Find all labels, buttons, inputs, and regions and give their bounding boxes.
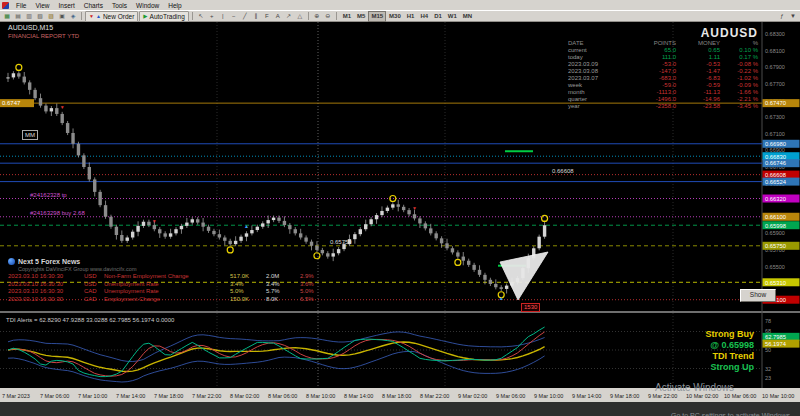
zoom-in-icon[interactable]: ⊕ xyxy=(312,12,322,21)
activate-windows-text: Activate Windows xyxy=(655,382,734,393)
toolbar-separator xyxy=(192,12,193,20)
timeframe-h1-button[interactable]: H1 xyxy=(404,11,418,22)
inline-price-label: 0.66608 xyxy=(552,168,574,174)
menu-file[interactable]: File xyxy=(14,2,28,9)
candle-body xyxy=(33,90,36,98)
news-previous: 5.0% xyxy=(300,288,330,296)
candle-body xyxy=(39,98,42,105)
price-axis-tick: 0.67700 xyxy=(765,81,785,87)
quote-pct: -3.45 % xyxy=(720,103,758,110)
signal-line-strong-buy: Strong Buy xyxy=(706,329,755,340)
candle-body xyxy=(299,233,302,237)
price-axis-tick: 0.67300 xyxy=(765,114,785,120)
quote-pct: -0.22 % xyxy=(720,68,758,75)
zoom-out-icon[interactable]: ⊖ xyxy=(323,12,333,21)
new-chart-icon[interactable]: ▦ xyxy=(2,12,12,21)
menu-tools[interactable]: Tools xyxy=(110,2,129,9)
quote-pct: -2.21 % xyxy=(720,96,758,103)
time-axis-label: 9 Mar 18:00 xyxy=(610,393,639,399)
arrows-icon[interactable]: ↗ xyxy=(284,12,294,21)
tdi-axis-tick: 50 xyxy=(765,347,771,353)
candle-body xyxy=(451,248,454,252)
new-order-icon: ▼ xyxy=(89,13,94,19)
menu-window[interactable]: Window xyxy=(134,2,161,9)
menu-charts[interactable]: Charts xyxy=(82,2,105,9)
quote-pct: -0.09 % xyxy=(720,82,758,89)
news-actual: 150.0K xyxy=(230,296,266,304)
time-axis-label: 8 Mar 22:00 xyxy=(420,393,449,399)
timeframe-m15-button[interactable]: M15 xyxy=(368,11,386,22)
price-axis-tag-text: 0.65998 xyxy=(765,223,786,229)
news-forecast: 8.0K xyxy=(266,296,300,304)
time-axis-label: 8 Mar 10:00 xyxy=(306,393,335,399)
candle-body xyxy=(505,286,508,289)
market-watch-icon[interactable]: ▥ xyxy=(24,12,34,21)
time-axis-label: 7 Mar 18:00 xyxy=(154,393,183,399)
news-currency: USD xyxy=(84,273,104,281)
timeframe-mn-button[interactable]: MN xyxy=(460,11,475,22)
candle-body xyxy=(136,226,139,232)
price-axis-tag-text: 0.66746 xyxy=(765,160,786,166)
channel-icon[interactable]: ∥ xyxy=(251,12,261,21)
candle-body xyxy=(462,257,465,261)
strategy-tester-icon[interactable]: ◈ xyxy=(68,12,78,21)
tdi-indicator-label: TDI Alerts = 62.8290 47.9288 33.0288 62.… xyxy=(6,317,175,323)
new-order-button[interactable]: ▼▲ New Order xyxy=(85,11,138,22)
menu-help[interactable]: Help xyxy=(166,2,183,9)
trendline-icon[interactable]: ╱ xyxy=(240,12,250,21)
timeframe-m1-button[interactable]: M1 xyxy=(340,11,354,22)
news-event: Non-Farm Employment Change xyxy=(104,273,230,281)
candle-body xyxy=(245,233,248,236)
crosshair-icon[interactable]: + xyxy=(207,12,217,21)
tdi-axis-tick: 23 xyxy=(765,375,771,381)
autotrading-button[interactable]: ▶ AutoTrading xyxy=(139,11,188,22)
data-window-icon[interactable]: ▧ xyxy=(35,12,45,21)
show-button[interactable]: Show xyxy=(740,289,776,302)
news-time: 2023.03.10 16:30:30 xyxy=(8,296,84,304)
timeframe-m30-button[interactable]: M30 xyxy=(386,11,404,22)
price-axis-tag-text: 0.66100 xyxy=(765,214,786,220)
quote-money: 0.65 xyxy=(676,47,720,54)
candle-body xyxy=(77,144,80,156)
menu-view[interactable]: View xyxy=(33,2,51,9)
menu-bar: FileViewInsertChartsToolsWindowHelp xyxy=(0,0,800,10)
candle-body xyxy=(66,123,69,133)
templates-icon[interactable]: ▼ xyxy=(788,12,798,21)
timeframe-w1-button[interactable]: W1 xyxy=(445,11,460,22)
chart-profiles-icon[interactable]: ▤ xyxy=(13,12,23,21)
news-previous: 2.9% xyxy=(300,273,330,281)
news-panel-title: Next 5 Forex News xyxy=(18,258,80,265)
timeframe-d1-button[interactable]: D1 xyxy=(431,11,445,22)
candle-body xyxy=(294,229,297,233)
candle-body xyxy=(163,233,166,236)
timeframe-h4-button[interactable]: H4 xyxy=(417,11,431,22)
horizontal-line-icon[interactable]: − xyxy=(229,12,239,21)
candle-body xyxy=(6,77,9,78)
terminal-icon[interactable]: ▣ xyxy=(57,12,67,21)
time-axis-label: 9 Mar 10:00 xyxy=(534,393,563,399)
time-axis-label: 7 Mar 2023 xyxy=(2,393,30,399)
candle-body xyxy=(250,230,253,233)
candle-body xyxy=(153,225,156,229)
navigator-icon[interactable]: ▨ xyxy=(46,12,56,21)
candle-body xyxy=(483,275,486,280)
fibonacci-icon[interactable]: F xyxy=(262,12,272,21)
vertical-line-icon[interactable]: | xyxy=(218,12,228,21)
news-actual: 3.4% xyxy=(230,281,266,289)
quote-money: -0.59 xyxy=(676,82,720,89)
toolbar-separator xyxy=(308,12,309,20)
shapes-icon[interactable]: △ xyxy=(295,12,305,21)
news-currency: CAD xyxy=(84,288,104,296)
candle-body xyxy=(407,210,410,214)
price-axis-tick: 0.67900 xyxy=(765,64,785,70)
candle-body xyxy=(310,242,313,246)
time-axis-label: 9 Mar 22:00 xyxy=(648,393,677,399)
cursor-icon[interactable]: ↖ xyxy=(196,12,206,21)
autotrading-label: AutoTrading xyxy=(150,13,185,20)
news-event: Unemployment Rate xyxy=(104,288,230,296)
indicators-icon[interactable]: ƒ xyxy=(777,12,787,21)
menu-insert[interactable]: Insert xyxy=(56,2,76,9)
text-icon[interactable]: A xyxy=(273,12,283,21)
news-actual: 517.0K xyxy=(230,273,266,281)
timeframe-m5-button[interactable]: M5 xyxy=(354,11,368,22)
